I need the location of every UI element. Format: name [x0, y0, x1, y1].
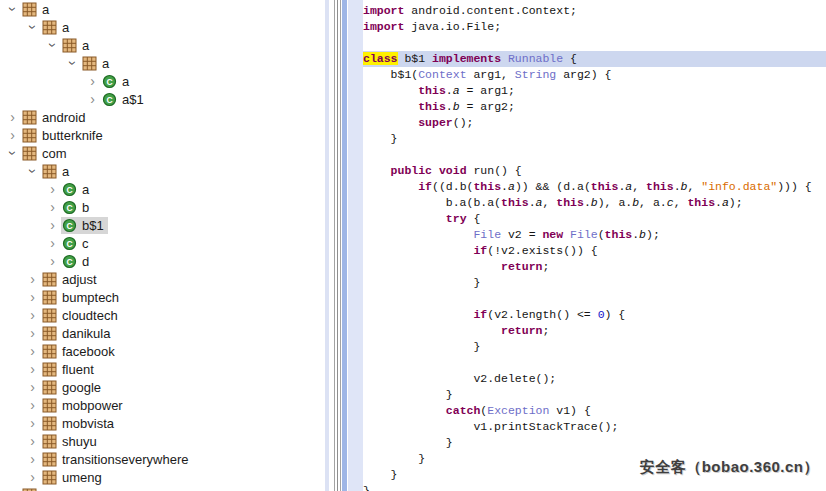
panel-splitter[interactable] — [337, 0, 338, 491]
tree-item[interactable]: Ca — [101, 73, 133, 90]
tree-row[interactable]: ›a — [0, 162, 325, 180]
code-line[interactable]: } — [363, 339, 826, 355]
code-area[interactable]: import android.content.Context;import ja… — [363, 0, 826, 491]
tree-row[interactable]: › — [0, 486, 325, 491]
tree-row[interactable]: ›shuyu — [0, 432, 325, 450]
code-line-current[interactable]: class b$1 implements Runnable { — [363, 51, 826, 67]
code-line[interactable]: this.b = arg2; — [363, 99, 826, 115]
code-line[interactable]: } — [363, 435, 826, 451]
tree-item[interactable]: Cd — [61, 253, 93, 270]
tree-item[interactable]: a — [21, 1, 53, 18]
code-line[interactable]: if((d.b(this.a)) && (d.a(this.a, this.b,… — [363, 179, 826, 195]
tree-row[interactable]: ›mobvista — [0, 414, 325, 432]
code-line[interactable] — [363, 291, 826, 307]
chevron-collapsed-icon[interactable]: › — [24, 272, 41, 286]
code-line[interactable]: return; — [363, 323, 826, 339]
chevron-collapsed-icon[interactable]: › — [24, 308, 41, 322]
tree-item[interactable]: mobpower — [41, 397, 127, 414]
scrollbar-thumb[interactable] — [342, 0, 347, 491]
tree-item[interactable]: a — [61, 37, 93, 54]
tree-row[interactable]: ›umeng — [0, 468, 325, 486]
code-line[interactable]: import java.io.File; — [363, 19, 826, 35]
chevron-expanded-icon[interactable]: › — [26, 163, 40, 180]
code-line[interactable]: b.a(b.a(this.a, this.b), a.b, a.c, this.… — [363, 195, 826, 211]
chevron-collapsed-icon[interactable]: › — [24, 452, 41, 466]
tree-row[interactable]: ›transitionseverywhere — [0, 450, 325, 468]
code-line[interactable]: return; — [363, 259, 826, 275]
tree-item[interactable]: bumptech — [41, 289, 123, 306]
chevron-collapsed-icon[interactable]: › — [44, 200, 61, 214]
tree-item[interactable]: shuyu — [41, 433, 101, 450]
chevron-expanded-icon[interactable]: › — [6, 145, 20, 162]
tree-row[interactable]: ›com — [0, 144, 325, 162]
code-line[interactable]: import android.content.Context; — [363, 3, 826, 19]
tree-row[interactable]: ›a — [0, 54, 325, 72]
code-line[interactable]: public void run() { — [363, 163, 826, 179]
tree-row[interactable]: ›a — [0, 36, 325, 54]
tree-item[interactable]: Cb — [61, 199, 93, 216]
tree-row[interactable]: ›a — [0, 18, 325, 36]
tree-row[interactable]: ›bumptech — [0, 288, 325, 306]
chevron-collapsed-icon[interactable]: › — [44, 236, 61, 250]
tree-item[interactable]: cloudtech — [41, 307, 122, 324]
chevron-expanded-icon[interactable]: › — [26, 19, 40, 36]
chevron-collapsed-icon[interactable]: › — [84, 74, 101, 88]
chevron-expanded-icon[interactable]: › — [46, 37, 60, 54]
tree-item[interactable]: a — [41, 163, 73, 180]
tree-item[interactable]: transitionseverywhere — [41, 451, 192, 468]
code-line[interactable]: try { — [363, 211, 826, 227]
package-tree[interactable]: ›a›a›a›a›Ca›Ca$1›android›butterknife›com… — [0, 0, 325, 491]
code-line[interactable]: } — [363, 387, 826, 403]
chevron-collapsed-icon[interactable]: › — [24, 290, 41, 304]
chevron-collapsed-icon[interactable]: › — [24, 398, 41, 412]
code-line[interactable] — [363, 147, 826, 163]
chevron-collapsed-icon[interactable]: › — [24, 470, 41, 484]
tree-item[interactable]: Cc — [61, 235, 93, 252]
code-line[interactable]: if(!v2.exists()) { — [363, 243, 826, 259]
panel-splitter[interactable] — [340, 0, 341, 491]
tree-row[interactable]: ›Cb$1 — [0, 216, 325, 234]
code-line[interactable]: } — [363, 275, 826, 291]
tree-item[interactable]: Ca$1 — [101, 91, 148, 108]
panel-splitter[interactable] — [334, 0, 335, 491]
tree-row[interactable]: ›Cb — [0, 198, 325, 216]
chevron-collapsed-icon[interactable]: › — [24, 362, 41, 376]
code-line[interactable] — [363, 35, 826, 51]
chevron-collapsed-icon[interactable]: › — [44, 254, 61, 268]
tree-row[interactable]: ›Cd — [0, 252, 325, 270]
tree-row[interactable]: ›butterknife — [0, 126, 325, 144]
code-line[interactable]: v2.delete(); — [363, 371, 826, 387]
tree-item[interactable]: a — [81, 55, 113, 72]
tree-row[interactable]: ›cloudtech — [0, 306, 325, 324]
tree-item[interactable]: android — [21, 109, 89, 126]
code-line[interactable]: v1.printStackTrace(); — [363, 419, 826, 435]
tree-item[interactable]: adjust — [41, 271, 101, 288]
chevron-collapsed-icon[interactable]: › — [24, 344, 41, 358]
code-line[interactable]: } — [363, 483, 826, 491]
tree-row[interactable]: ›Ca — [0, 180, 325, 198]
tree-row[interactable]: ›Cc — [0, 234, 325, 252]
tree-item[interactable]: facebook — [41, 343, 119, 360]
chevron-collapsed-icon[interactable]: › — [24, 380, 41, 394]
tree-row[interactable]: ›fluent — [0, 360, 325, 378]
code-line[interactable] — [363, 355, 826, 371]
code-line[interactable]: super(); — [363, 115, 826, 131]
tree-row[interactable]: ›google — [0, 378, 325, 396]
chevron-collapsed-icon[interactable]: › — [4, 110, 21, 124]
chevron-collapsed-icon[interactable]: › — [84, 92, 101, 106]
code-line[interactable]: } — [363, 131, 826, 147]
chevron-collapsed-icon[interactable]: › — [24, 434, 41, 448]
tree-item[interactable]: danikula — [41, 325, 114, 342]
code-line[interactable]: File v2 = new File(this.b); — [363, 227, 826, 243]
tree-row[interactable]: ›android — [0, 108, 325, 126]
tree-row[interactable]: ›adjust — [0, 270, 325, 288]
chevron-collapsed-icon[interactable]: › — [44, 218, 61, 232]
tree-item[interactable]: fluent — [41, 361, 98, 378]
tree-item[interactable]: google — [41, 379, 105, 396]
chevron-collapsed-icon[interactable]: › — [24, 326, 41, 340]
chevron-collapsed-icon[interactable]: › — [24, 416, 41, 430]
chevron-expanded-icon[interactable]: › — [6, 1, 20, 18]
tree-item[interactable]: mobvista — [41, 415, 118, 432]
code-line[interactable]: if(v2.length() <= 0) { — [363, 307, 826, 323]
tree-row[interactable]: ›facebook — [0, 342, 325, 360]
